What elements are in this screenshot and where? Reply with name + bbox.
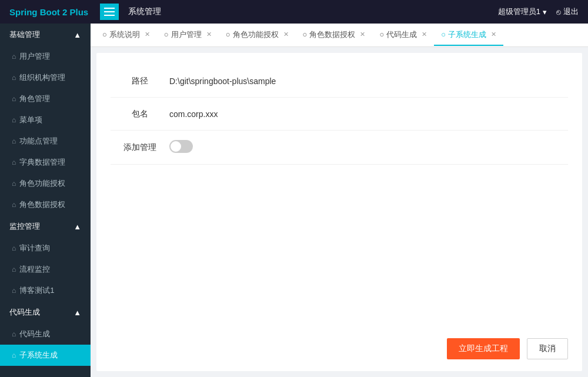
home-icon: ⌂ — [12, 179, 16, 188]
cancel-button[interactable]: 取消 — [527, 338, 568, 359]
logout-button[interactable]: ⎋ 退出 — [556, 6, 579, 17]
tab-subsystem-gen[interactable]: ○ 子系统生成 ✕ — [434, 25, 503, 46]
sidebar-item-label: 审计查询 — [19, 243, 50, 253]
sidebar-item-label: 角色功能授权 — [19, 178, 65, 189]
header-nav-title: 系统管理 — [128, 6, 498, 17]
sidebar-item-subsystem-gen[interactable]: ⌂ 子系统生成 — [0, 345, 91, 366]
tab-role-func-auth[interactable]: ○ 角色功能授权 ✕ — [219, 25, 296, 46]
sidebar-group-monitor-label: 监控管理 — [9, 221, 40, 232]
tab-icon: ○ — [303, 30, 308, 39]
sidebar-item-label: 代码生成 — [19, 329, 50, 339]
tab-close-icon[interactable]: ✕ — [491, 31, 496, 38]
tab-icon: ○ — [441, 30, 446, 39]
sidebar-item-code-gen[interactable]: ⌂ 代码生成 — [0, 323, 91, 345]
bottom-actions: 立即生成工程 取消 — [447, 338, 568, 359]
form-label-path: 路径 — [111, 76, 169, 86]
sidebar-item-org-management[interactable]: ⌂ 组织机构管理 — [0, 67, 91, 88]
logout-icon: ⎋ — [556, 8, 561, 16]
tabs-bar: ○ 系统说明 ✕ ○ 用户管理 ✕ ○ 角色功能授权 ✕ ○ 角色数据授权 ✕ … — [91, 24, 588, 47]
chevron-up-icon: ▲ — [74, 31, 81, 39]
sidebar-item-dict[interactable]: ⌂ 字典数据管理 — [0, 152, 91, 173]
tab-icon: ○ — [226, 30, 230, 39]
tab-close-icon[interactable]: ✕ — [283, 31, 289, 38]
tab-close-icon[interactable]: ✕ — [360, 31, 365, 38]
generate-button[interactable]: 立即生成工程 — [447, 338, 520, 359]
home-icon: ⌂ — [12, 116, 16, 124]
form-row-add-management: 添加管理 — [111, 131, 568, 165]
sidebar-item-label: 博客测试1 — [19, 285, 54, 296]
sidebar-item-label: 字典数据管理 — [19, 157, 65, 168]
home-icon: ⌂ — [12, 330, 16, 338]
tab-label: 角色数据授权 — [309, 29, 355, 40]
main-content: ○ 系统说明 ✕ ○ 用户管理 ✕ ○ 角色功能授权 ✕ ○ 角色数据授权 ✕ … — [91, 24, 588, 377]
tab-icon: ○ — [379, 30, 384, 39]
user-menu[interactable]: 超级管理员1 ▾ — [498, 6, 547, 17]
chevron-up-icon: ▲ — [74, 222, 81, 231]
sidebar-group-codegen[interactable]: 代码生成 ▲ — [0, 301, 91, 323]
sidebar-group-monitor[interactable]: 监控管理 ▲ — [0, 215, 91, 238]
form-row-package: 包名 com.corp.xxx — [111, 98, 568, 131]
sidebar-group-basic[interactable]: 基础管理 ▲ — [0, 24, 91, 46]
home-icon: ⌂ — [12, 286, 16, 295]
home-icon: ⌂ — [12, 95, 16, 103]
form-label-add-management: 添加管理 — [111, 142, 169, 153]
tab-label: 角色功能授权 — [233, 29, 279, 40]
sidebar-item-role-data-auth[interactable]: ⌂ 角色数据授权 — [0, 194, 91, 215]
user-name: 超级管理员1 — [498, 6, 540, 17]
tab-close-icon[interactable]: ✕ — [422, 31, 427, 38]
tab-label: 用户管理 — [171, 29, 202, 40]
home-icon: ⌂ — [12, 244, 16, 252]
sidebar-item-label: 组织机构管理 — [19, 72, 65, 83]
layout: 基础管理 ▲ ⌂ 用户管理 ⌂ 组织机构管理 ⌂ 角色管理 ⌂ 菜单项 ⌂ 功能… — [0, 24, 588, 377]
home-icon: ⌂ — [12, 265, 16, 273]
sidebar-item-function[interactable]: ⌂ 功能点管理 — [0, 131, 91, 152]
home-icon: ⌂ — [12, 158, 16, 166]
form-value-package: com.corp.xxx — [169, 109, 568, 119]
sidebar-item-label: 菜单项 — [19, 115, 42, 125]
app-logo: Spring Boot 2 Plus — [9, 7, 88, 17]
content-area: 路径 D:\git\springboot-plus\sample 包名 com.… — [96, 53, 582, 371]
home-icon: ⌂ — [12, 74, 16, 82]
sidebar-item-process-monitor[interactable]: ⌂ 流程监控 — [0, 259, 91, 280]
sidebar: 基础管理 ▲ ⌂ 用户管理 ⌂ 组织机构管理 ⌂ 角色管理 ⌂ 菜单项 ⌂ 功能… — [0, 24, 91, 377]
home-icon: ⌂ — [12, 201, 16, 209]
header-right: 超级管理员1 ▾ ⎋ 退出 — [498, 6, 579, 17]
sidebar-item-audit[interactable]: ⌂ 审计查询 — [0, 238, 91, 259]
tab-label: 代码生成 — [386, 29, 417, 40]
home-icon: ⌂ — [12, 52, 16, 61]
chevron-up-icon: ▲ — [74, 308, 81, 317]
form-label-package: 包名 — [111, 109, 169, 119]
sidebar-item-label: 功能点管理 — [19, 136, 58, 146]
sidebar-group-basic-label: 基础管理 — [9, 29, 40, 40]
tab-system-intro[interactable]: ○ 系统说明 ✕ — [95, 25, 157, 46]
sidebar-item-label: 角色数据授权 — [19, 199, 65, 210]
tab-icon: ○ — [102, 30, 107, 39]
tab-icon: ○ — [164, 30, 169, 39]
tab-user-management[interactable]: ○ 用户管理 ✕ — [157, 25, 219, 46]
menu-toggle-button[interactable] — [100, 4, 119, 20]
header: Spring Boot 2 Plus 系统管理 超级管理员1 ▾ ⎋ 退出 — [0, 0, 588, 24]
home-icon: ⌂ — [12, 351, 16, 359]
tab-code-gen[interactable]: ○ 代码生成 ✕ — [372, 25, 434, 46]
home-icon: ⌂ — [12, 137, 16, 145]
sidebar-item-role-management[interactable]: ⌂ 角色管理 — [0, 88, 91, 109]
sidebar-item-role-func-auth[interactable]: ⌂ 角色功能授权 — [0, 173, 91, 194]
sidebar-group-codegen-label: 代码生成 — [9, 307, 40, 318]
chevron-down-icon: ▾ — [543, 8, 547, 16]
tab-role-data-auth[interactable]: ○ 角色数据授权 ✕ — [296, 25, 373, 46]
sidebar-item-label: 流程监控 — [19, 264, 50, 275]
sidebar-item-blog-test[interactable]: ⌂ 博客测试1 — [0, 280, 91, 301]
form-value-path: D:\git\springboot-plus\sample — [169, 76, 568, 86]
sidebar-item-user-management[interactable]: ⌂ 用户管理 — [0, 46, 91, 67]
sidebar-item-menu[interactable]: ⌂ 菜单项 — [0, 109, 91, 131]
tab-close-icon[interactable]: ✕ — [206, 31, 212, 38]
tab-label: 子系统生成 — [448, 29, 486, 40]
sidebar-item-label: 角色管理 — [19, 94, 50, 104]
sidebar-item-label: 子系统生成 — [19, 350, 58, 361]
sidebar-item-label: 用户管理 — [19, 51, 50, 62]
add-management-toggle[interactable] — [169, 140, 193, 153]
form-value-toggle — [169, 140, 568, 155]
tab-close-icon[interactable]: ✕ — [145, 31, 150, 38]
form-row-path: 路径 D:\git\springboot-plus\sample — [111, 65, 568, 98]
tab-label: 系统说明 — [109, 29, 140, 40]
